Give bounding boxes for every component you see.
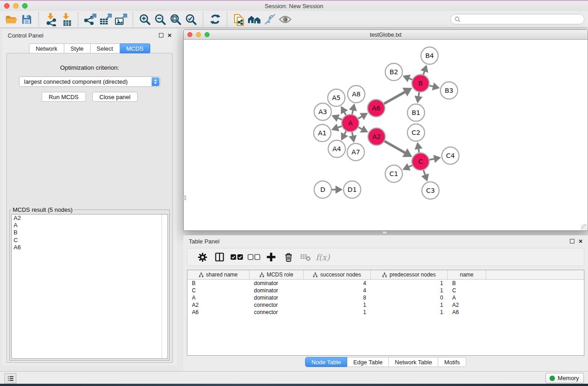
network-canvas[interactable]: AA1A3A4A5A7A8A6A2BB1B2B3B4CC1C2C3C4DD1 [184, 40, 587, 230]
search-box[interactable] [450, 14, 584, 24]
run-mcds-button[interactable]: Run MCDS [42, 92, 86, 102]
select-all-checkboxes-icon[interactable] [228, 249, 245, 265]
task-history-button[interactable] [5, 373, 16, 383]
cell-name[interactable]: A6 [448, 309, 486, 316]
cell-successor-nodes[interactable]: 8 [304, 294, 371, 301]
control-panel-tabs: NetworkStyleSelectMCDS [2, 43, 177, 53]
memory-button[interactable]: Memory [545, 373, 584, 383]
column-header-name[interactable]: name [448, 270, 486, 279]
tab-mcds[interactable]: MCDS [120, 43, 150, 53]
network-zoom-light[interactable] [205, 32, 210, 37]
table-row[interactable]: Adominator80A [187, 294, 584, 301]
window-resize-grip[interactable] [581, 224, 587, 230]
network-graph[interactable]: AA1A3A4A5A7A8A6A2BB1B2B3B4CC1C2C3C4DD1 [184, 40, 587, 230]
cell-mcds-role[interactable]: dominator [249, 280, 304, 287]
column-header-successor-nodes[interactable]: successor nodes [304, 270, 371, 279]
export-table-icon[interactable] [98, 12, 113, 27]
import-network-icon[interactable] [43, 12, 58, 27]
tab-network[interactable]: Network [29, 43, 64, 53]
tab-select[interactable]: Select [91, 43, 120, 53]
cell-mcds-role[interactable]: dominator [249, 287, 304, 294]
columns-icon[interactable] [211, 249, 228, 265]
edge-A6-B[interactable] [384, 91, 406, 104]
result-list-item[interactable]: C [12, 237, 167, 244]
deselect-all-checkboxes-icon[interactable] [245, 249, 263, 265]
node-table: shared nameMCDS rolesuccessor nodesprede… [187, 270, 584, 356]
zoom-in-icon[interactable] [137, 12, 153, 27]
criterion-dropdown[interactable]: largest connected component (directed) [19, 76, 160, 87]
delete-table-icon[interactable] [297, 249, 314, 265]
close-panel-icon[interactable]: × [167, 33, 172, 38]
cell-successor-nodes[interactable]: 1 [304, 301, 371, 309]
function-builder-icon[interactable]: f(x) [314, 249, 331, 265]
add-row-icon[interactable] [263, 249, 280, 265]
result-scrollbar[interactable] [162, 214, 167, 358]
column-header-shared-name[interactable]: shared name [187, 270, 249, 279]
result-list-item[interactable]: A2 [12, 214, 167, 222]
table-row[interactable]: A2connector11A2 [187, 301, 584, 309]
float-panel-icon[interactable] [159, 33, 163, 38]
cell-successor-nodes[interactable]: 4 [304, 287, 371, 294]
network-window-titlebar[interactable]: testGlobe.txt [184, 30, 588, 40]
cell-shared-name[interactable]: A2 [187, 301, 249, 309]
cell-successor-nodes[interactable]: 1 [304, 309, 371, 316]
edge-A2-C[interactable] [384, 141, 406, 153]
table-row[interactable]: Cdominator41C [187, 287, 584, 294]
search-input[interactable] [463, 16, 580, 23]
cell-name[interactable]: A2 [448, 301, 486, 309]
column-header-predecessor-nodes[interactable]: predecessor nodes [371, 270, 448, 279]
refresh-icon[interactable] [207, 12, 223, 27]
close-table-panel-icon[interactable]: × [578, 239, 583, 243]
splitpane-grip-left[interactable] [183, 195, 186, 200]
cell-mcds-role[interactable]: connector [249, 301, 304, 309]
cell-mcds-role[interactable]: dominator [249, 294, 304, 301]
zoom-out-icon[interactable] [153, 12, 168, 27]
close-window-light[interactable] [4, 3, 10, 9]
cell-predecessor-nodes[interactable]: 1 [371, 280, 448, 287]
cell-mcds-role[interactable]: connector [249, 309, 304, 316]
splitpane-grip-bottom[interactable] [382, 231, 387, 234]
import-table-icon[interactable] [58, 12, 74, 27]
network-minimize-light[interactable] [196, 32, 201, 37]
cell-successor-nodes[interactable]: 4 [304, 280, 371, 287]
table-row[interactable]: Bdominator41B [187, 280, 584, 287]
export-network-icon[interactable] [82, 12, 98, 27]
close-panel-button[interactable]: Close panel [92, 92, 138, 102]
tab-motifs[interactable]: Motifs [438, 357, 466, 367]
delete-row-icon[interactable] [280, 249, 297, 265]
cell-predecessor-nodes[interactable]: 1 [371, 301, 448, 309]
eye-icon[interactable] [277, 12, 293, 27]
tab-network-table[interactable]: Network Table [389, 357, 438, 367]
cell-predecessor-nodes[interactable]: 1 [371, 287, 448, 294]
result-list-item[interactable]: B [12, 229, 167, 236]
zoom-window-light[interactable] [22, 3, 28, 9]
gear-icon[interactable] [194, 249, 211, 265]
float-table-panel-icon[interactable] [570, 239, 574, 243]
first-neighbors-icon[interactable] [247, 12, 262, 27]
open-session-icon[interactable] [4, 12, 19, 27]
zoom-selected-icon[interactable] [183, 12, 199, 27]
cell-name[interactable]: A [448, 294, 486, 301]
cell-predecessor-nodes[interactable]: 1 [371, 309, 448, 316]
network-from-file-icon[interactable] [231, 12, 247, 27]
cell-shared-name[interactable]: A6 [187, 309, 249, 316]
table-row[interactable]: A6connector11A6 [187, 309, 584, 316]
result-list-item[interactable]: A6 [12, 244, 167, 251]
cell-predecessor-nodes[interactable]: 0 [371, 294, 448, 301]
cell-shared-name[interactable]: A [187, 294, 249, 301]
toggle-labels-icon[interactable]: f [262, 12, 277, 27]
column-header-mcds-role[interactable]: MCDS role [249, 270, 304, 279]
cell-name[interactable]: C [448, 287, 486, 294]
cell-shared-name[interactable]: B [187, 280, 249, 287]
minimize-window-light[interactable] [13, 3, 19, 9]
tab-node-table[interactable]: Node Table [305, 357, 348, 367]
cell-name[interactable]: B [448, 280, 486, 287]
cell-shared-name[interactable]: C [187, 287, 249, 294]
tab-style[interactable]: Style [64, 43, 91, 53]
result-list-item[interactable]: A [12, 222, 167, 229]
export-image-icon[interactable] [113, 12, 129, 27]
network-close-light[interactable] [187, 32, 192, 37]
tab-edge-table[interactable]: Edge Table [347, 357, 389, 367]
zoom-fit-icon[interactable] [168, 12, 183, 27]
save-session-icon[interactable] [19, 12, 34, 27]
